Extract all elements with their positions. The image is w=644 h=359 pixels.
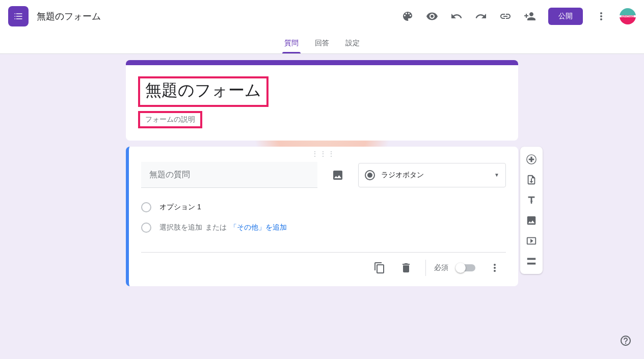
option-1-text[interactable]: オプション 1 xyxy=(159,203,201,212)
question-footer: 必須 xyxy=(141,252,506,283)
question-title-input[interactable] xyxy=(141,162,317,188)
title-highlight: 無題のフォーム xyxy=(138,76,269,107)
forms-logo[interactable] xyxy=(8,6,29,26)
title-card[interactable]: 無題のフォーム フォームの説明 xyxy=(126,60,518,141)
publish-button[interactable]: 公開 xyxy=(548,8,583,25)
add-title-icon[interactable] xyxy=(521,190,542,210)
document-title[interactable]: 無題のフォーム xyxy=(37,10,397,22)
import-questions-icon[interactable] xyxy=(521,170,542,189)
description-highlight: フォームの説明 xyxy=(138,111,202,128)
link-icon[interactable] xyxy=(495,6,516,26)
required-label: 必須 xyxy=(434,263,448,272)
theme-icon[interactable] xyxy=(397,6,418,26)
header-actions: 公開 KIPATANO xyxy=(397,6,636,26)
or-text: または xyxy=(205,223,227,232)
drag-handle-icon[interactable]: ⋮⋮⋮ xyxy=(141,150,506,158)
radio-circle-icon xyxy=(141,223,151,233)
more-icon[interactable] xyxy=(591,6,611,26)
required-toggle[interactable] xyxy=(457,264,475,271)
tab-questions[interactable]: 質問 xyxy=(276,33,307,53)
header: 無題のフォーム 公開 KIPATANO xyxy=(0,0,644,33)
add-question-icon[interactable] xyxy=(521,150,542,169)
add-section-icon[interactable] xyxy=(521,252,542,271)
add-image-icon[interactable] xyxy=(521,211,542,230)
question-type-select[interactable]: ラジオボタン ▼ xyxy=(358,163,506,187)
add-image-icon[interactable] xyxy=(326,163,350,187)
form-description[interactable]: フォームの説明 xyxy=(145,115,195,124)
add-option-text[interactable]: 選択肢を追加 xyxy=(159,223,202,232)
question-header-row: ラジオボタン ▼ xyxy=(141,162,506,188)
avatar[interactable]: KIPATANO xyxy=(620,8,636,24)
tab-responses[interactable]: 回答 xyxy=(307,33,337,53)
chevron-down-icon: ▼ xyxy=(494,172,499,178)
main-content: 無題のフォーム フォームの説明 ⋮⋮⋮ ラジオボタン ▼ xyxy=(0,54,644,292)
form-container: 無題のフォーム フォームの説明 ⋮⋮⋮ ラジオボタン ▼ xyxy=(126,60,518,286)
delete-icon[interactable] xyxy=(395,257,417,279)
divider xyxy=(425,260,426,276)
question-card[interactable]: ⋮⋮⋮ ラジオボタン ▼ オプション 1 選択肢を追加 または xyxy=(126,147,518,286)
tab-settings[interactable]: 設定 xyxy=(337,33,368,53)
add-video-icon[interactable] xyxy=(521,231,542,251)
add-other-link[interactable]: 「その他」を追加 xyxy=(230,223,287,232)
redo-icon[interactable] xyxy=(471,6,491,26)
avatar-label: KIPATANO xyxy=(622,15,634,18)
add-option-row: 選択肢を追加 または 「その他」を追加 xyxy=(141,217,506,238)
undo-icon[interactable] xyxy=(446,6,467,26)
help-icon[interactable] xyxy=(615,330,636,351)
option-row-1: オプション 1 xyxy=(141,197,506,217)
form-title[interactable]: 無題のフォーム xyxy=(145,79,261,102)
preview-icon[interactable] xyxy=(422,6,442,26)
question-more-icon[interactable] xyxy=(484,257,506,279)
side-toolbar xyxy=(520,147,543,274)
duplicate-icon[interactable] xyxy=(368,257,391,279)
question-type-label: ラジオボタン xyxy=(381,171,488,180)
add-collaborator-icon[interactable] xyxy=(520,6,540,26)
tabs: 質問 回答 設定 xyxy=(0,33,644,54)
radio-circle-icon xyxy=(141,202,151,212)
radio-icon xyxy=(365,170,375,180)
